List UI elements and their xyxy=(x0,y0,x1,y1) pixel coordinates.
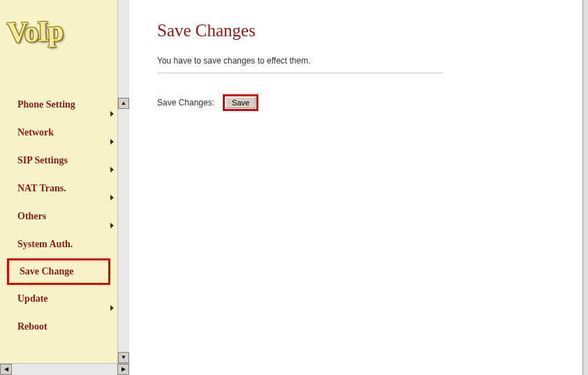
sidebar-item-phone-setting[interactable]: Phone Setting xyxy=(0,91,117,119)
sidebar: VoIp Phone Setting Network SIP Settings … xyxy=(0,0,117,363)
sidebar-item-save-change[interactable]: Save Change xyxy=(7,258,110,285)
logo: VoIp xyxy=(6,12,111,49)
sidebar-item-label: System Auth. xyxy=(17,239,73,249)
chevron-right-icon xyxy=(110,305,114,311)
sidebar-item-label: NAT Trans. xyxy=(17,183,66,193)
chevron-right-icon xyxy=(110,195,114,200)
chevron-right-icon xyxy=(110,139,114,145)
sidebar-item-label: Network xyxy=(17,127,54,138)
save-button-highlight: Save xyxy=(223,94,258,111)
page-description: You have to save changes to effect them. xyxy=(157,56,560,66)
sidebar-item-label: Save Change xyxy=(20,266,73,277)
sidebar-item-label: Update xyxy=(17,293,48,304)
page-title: Save Changes xyxy=(157,21,560,41)
sidebar-item-nat-trans[interactable]: NAT Trans. xyxy=(0,175,117,203)
nav-menu: Phone Setting Network SIP Settings NAT T… xyxy=(0,91,117,341)
sidebar-item-sip-settings[interactable]: SIP Settings xyxy=(0,147,117,175)
sidebar-item-label: Reboot xyxy=(17,321,47,332)
scroll-up-icon[interactable]: ▲ xyxy=(118,98,129,109)
scroll-down-icon[interactable]: ▼ xyxy=(118,352,129,363)
sidebar-item-network[interactable]: Network xyxy=(0,119,117,147)
horizontal-scrollbar[interactable]: ◀ ▶ xyxy=(0,363,129,375)
save-changes-label: Save Changes: xyxy=(157,98,214,108)
main-content: Save Changes You have to save changes to… xyxy=(129,0,588,375)
divider xyxy=(157,73,443,73)
chevron-right-icon xyxy=(110,223,114,228)
scroll-left-icon[interactable]: ◀ xyxy=(0,364,12,375)
logo-area: VoIp xyxy=(0,0,117,91)
sidebar-item-system-auth[interactable]: System Auth. xyxy=(0,230,117,258)
sidebar-item-reboot[interactable]: Reboot xyxy=(0,313,117,341)
scrollbar-track[interactable] xyxy=(12,364,117,375)
sidebar-item-label: SIP Settings xyxy=(17,155,68,166)
sidebar-item-label: Others xyxy=(17,211,46,221)
sidebar-item-others[interactable]: Others xyxy=(0,203,117,230)
sidebar-item-update[interactable]: Update xyxy=(0,285,117,313)
window-border xyxy=(582,0,588,375)
chevron-right-icon xyxy=(110,111,114,117)
chevron-right-icon xyxy=(110,167,114,172)
scroll-right-icon[interactable]: ▶ xyxy=(117,364,129,375)
sidebar-item-label: Phone Setting xyxy=(17,99,75,110)
save-row: Save Changes: Save xyxy=(157,94,560,111)
save-button[interactable]: Save xyxy=(226,97,256,108)
vertical-scrollbar[interactable]: ▲ ▼ xyxy=(117,0,129,363)
sidebar-wrapper: VoIp Phone Setting Network SIP Settings … xyxy=(0,0,129,363)
